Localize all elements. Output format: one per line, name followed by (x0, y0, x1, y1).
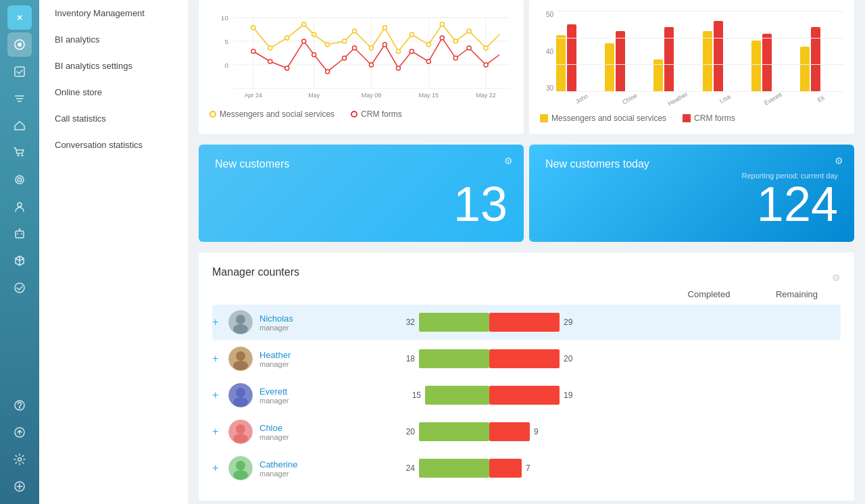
add-icon[interactable] (7, 474, 32, 499)
expand-nicholas-button[interactable]: + (212, 316, 223, 328)
sidebar-item-conversation-stats[interactable]: Conversation statistics (39, 132, 188, 158)
manager-everett-name[interactable]: Everett (260, 386, 289, 397)
manager-row-everett: + Everett manager 15 19 (212, 378, 841, 413)
heather-completed-count: 18 (401, 354, 415, 363)
close-button[interactable]: × (7, 5, 32, 30)
svg-text:0: 0 (224, 61, 228, 69)
svg-point-61 (343, 56, 347, 60)
upload-icon[interactable] (7, 420, 32, 445)
bar-crm-label: CRM forms (694, 114, 735, 123)
target-icon[interactable] (7, 168, 32, 192)
cart-icon[interactable] (7, 141, 32, 165)
manager-nicholas-name[interactable]: Nicholas (260, 313, 293, 324)
new-customers-value: 13 (215, 170, 508, 228)
manager-chloe-name[interactable]: Chloe (260, 423, 289, 433)
tasks-icon[interactable] (7, 59, 32, 84)
bar-lisa-red (714, 21, 723, 92)
manager-counters-title: Manager counters (212, 266, 299, 278)
catherine-completed-bar (419, 459, 489, 478)
main-content: 10 5 0 Apr 24 May May 08 May 15 May 22 (188, 0, 865, 504)
svg-point-42 (312, 32, 316, 36)
home-icon[interactable] (7, 114, 32, 138)
svg-point-46 (369, 46, 373, 50)
filter-icon[interactable] (7, 86, 32, 111)
manager-heather-name[interactable]: Heather (260, 350, 291, 360)
svg-point-11 (18, 203, 22, 207)
svg-point-77 (233, 361, 248, 370)
svg-point-48 (396, 49, 400, 53)
svg-point-57 (285, 66, 289, 70)
crm-dot (351, 111, 357, 118)
bar-john-yellow (556, 35, 566, 92)
new-customers-title: New customers (215, 158, 289, 170)
nicholas-remaining-count: 29 (564, 318, 577, 327)
expand-catherine-button[interactable]: + (212, 462, 223, 474)
svg-point-55 (251, 49, 255, 53)
everett-completed-bar (425, 386, 489, 405)
bar-group-chloe (605, 31, 648, 92)
svg-point-79 (236, 388, 245, 397)
svg-point-66 (410, 49, 414, 53)
new-customers-gear-icon[interactable]: ⚙ (504, 155, 513, 166)
svg-point-13 (19, 228, 20, 230)
svg-point-51 (440, 22, 444, 26)
bar-chart-card: 50 40 30 (529, 0, 854, 134)
svg-text:10: 10 (221, 14, 229, 22)
svg-point-83 (233, 434, 248, 443)
svg-point-10 (19, 179, 20, 180)
svg-point-60 (326, 70, 330, 74)
check-circle-icon[interactable] (7, 276, 32, 300)
line-chart-card: 10 5 0 Apr 24 May May 08 May 15 May 22 (199, 0, 524, 134)
bar-lisa-yellow (703, 31, 712, 92)
dashboard-icon[interactable] (7, 32, 32, 57)
manager-row-heather: + Heather manager 18 20 (212, 341, 841, 376)
new-customers-today-card: New customers today ⚙ Reporting period: … (529, 145, 854, 242)
manager-catherine-role: manager (260, 470, 297, 478)
new-customers-card: New customers ⚙ 13 (199, 145, 524, 242)
nicholas-completed-count: 32 (401, 318, 415, 327)
manager-catherine-name[interactable]: Catherine (260, 459, 297, 470)
avatar-catherine (228, 456, 253, 480)
expand-chloe-button[interactable]: + (212, 426, 223, 438)
bar-messengers-legend: Messengers and social services (540, 114, 666, 123)
manager-chloe-role: manager (260, 433, 289, 441)
sidebar-item-bi-settings[interactable]: BI analytics settings (39, 53, 188, 79)
chloe-remaining-bar (489, 422, 530, 441)
svg-point-70 (467, 46, 471, 50)
expand-heather-button[interactable]: + (212, 353, 223, 365)
expand-everett-button[interactable]: + (212, 389, 223, 401)
new-customers-today-title: New customers today (545, 158, 649, 170)
svg-text:May 22: May 22 (476, 92, 495, 99)
new-customers-today-gear-icon[interactable]: ⚙ (835, 155, 843, 166)
crm-legend-item: CRM forms (351, 109, 402, 120)
help-icon[interactable] (7, 393, 32, 418)
catherine-remaining-count: 7 (526, 463, 539, 473)
line-chart-svg: 10 5 0 Apr 24 May May 08 May 15 May 22 (209, 11, 513, 99)
settings-icon[interactable] (7, 447, 32, 472)
bar-messengers-label: Messengers and social services (551, 114, 666, 123)
svg-point-58 (302, 39, 306, 43)
y-label-30: 30 (546, 84, 553, 92)
box-icon[interactable] (7, 249, 32, 273)
svg-point-15 (21, 233, 22, 234)
svg-point-14 (17, 233, 18, 234)
svg-point-85 (236, 461, 245, 470)
sidebar-item-bi-analytics[interactable]: BI analytics (39, 26, 188, 53)
svg-point-19 (18, 458, 22, 461)
bar-group-lisa (703, 21, 746, 92)
sidebar-item-inventory[interactable]: Inventory Management (39, 0, 188, 26)
sidebar-item-online-store[interactable]: Online store (39, 79, 188, 105)
svg-point-52 (453, 39, 458, 43)
sidebar: Inventory Management BI analytics BI ana… (39, 0, 188, 504)
heather-remaining-bar (489, 349, 560, 368)
manager-section-gear-icon[interactable]: ⚙ (832, 272, 841, 283)
manager-row-chloe: + Chloe manager 20 9 (212, 414, 841, 449)
svg-point-43 (326, 43, 330, 47)
new-customers-today-value: 124 (545, 180, 838, 228)
sidebar-item-call-stats[interactable]: Call statistics (39, 105, 188, 132)
bar-group-everett (751, 34, 795, 92)
svg-point-73 (236, 315, 245, 324)
bar-everett-yellow (751, 41, 761, 92)
bot-icon[interactable] (7, 222, 32, 246)
contacts-icon[interactable] (7, 195, 32, 219)
